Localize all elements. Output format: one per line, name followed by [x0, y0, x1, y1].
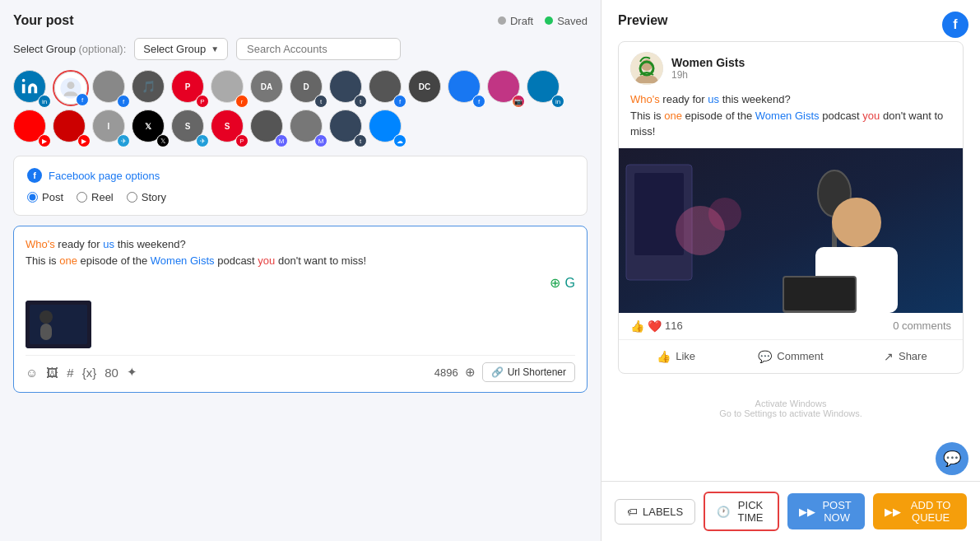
- svg-point-2: [67, 82, 75, 89]
- avatar[interactable]: DC: [408, 70, 441, 103]
- preview-image: [619, 148, 963, 313]
- add-icon[interactable]: ⊕: [465, 365, 476, 380]
- editor-line1: Who's ready for us this weekend?: [26, 236, 575, 253]
- bottom-bar: 🏷 LABELS 🕐 PICK TIME ▶▶ POST NOW ▶▶ ADD …: [601, 481, 980, 541]
- avatar-wrap[interactable]: M: [250, 110, 286, 146]
- platform-badge: f: [393, 95, 406, 108]
- post-type-row: Post Reel Story: [27, 191, 574, 203]
- avatar[interactable]: 🎵: [132, 70, 165, 103]
- avatar-wrap[interactable]: I ✈: [92, 110, 128, 146]
- like-button[interactable]: 👍 Like: [619, 343, 733, 370]
- editor-content[interactable]: Who's ready for us this weekend? This is…: [26, 236, 575, 268]
- avatar-wrap[interactable]: DC: [408, 70, 444, 106]
- avatar-wrap[interactable]: f: [369, 70, 405, 106]
- post-radio-label[interactable]: Post: [27, 191, 63, 203]
- text-editor[interactable]: Who's ready for us this weekend? This is…: [13, 226, 588, 393]
- avatar-wrap[interactable]: r: [211, 70, 247, 106]
- post-radio[interactable]: [27, 192, 38, 203]
- labels-button[interactable]: 🏷 LABELS: [615, 499, 695, 525]
- send-icon: ▶▶: [799, 506, 815, 518]
- svg-rect-18: [784, 277, 855, 310]
- label-icon: 🏷: [627, 506, 638, 518]
- avatar[interactable]: DA: [250, 70, 283, 103]
- toolbar-right: 4896 ⊕ 🔗 Url Shortener: [434, 362, 575, 382]
- draft-status: Draft: [498, 15, 533, 27]
- like-emoji: 👍: [630, 319, 644, 333]
- preview-time: 19h: [671, 69, 951, 81]
- page-title: Your post: [13, 13, 73, 28]
- avatar-wrap[interactable]: ☁: [369, 110, 405, 146]
- avatar-wrap[interactable]: DA: [250, 70, 286, 106]
- fb-options-title[interactable]: Facebook page options: [49, 170, 160, 182]
- saved-label: Saved: [557, 15, 588, 27]
- svg-point-15: [832, 198, 881, 247]
- select-group-label: Select Group (optional):: [13, 43, 126, 55]
- svg-point-0: [22, 79, 26, 82]
- comment-button[interactable]: 💬 Comment: [733, 343, 848, 370]
- avatar-wrap[interactable]: S ✈: [171, 110, 207, 146]
- story-radio[interactable]: [127, 192, 137, 203]
- toolbar-icons: ☺ 🖼 # {x} 80 ✦: [26, 365, 137, 380]
- avatar-wrap[interactable]: in: [13, 70, 49, 106]
- image-icon[interactable]: 🖼: [46, 366, 58, 380]
- reel-radio-label[interactable]: Reel: [77, 191, 114, 203]
- avatar-wrap[interactable]: 🎵: [132, 70, 168, 106]
- reel-radio[interactable]: [77, 192, 87, 203]
- post-now-button[interactable]: ▶▶ POST NOW: [787, 493, 865, 529]
- fb-options-card: f Facebook page options Post Reel Story: [13, 156, 588, 216]
- avatar-wrap-selected[interactable]: f: [53, 70, 89, 106]
- avatar-wrap[interactable]: f: [448, 70, 484, 106]
- ai-icon-teal[interactable]: G: [565, 276, 575, 291]
- select-group-row: Select Group (optional): Select Group ▼: [13, 38, 588, 60]
- story-radio-label[interactable]: Story: [127, 191, 166, 203]
- emoji-icon[interactable]: ☺: [26, 366, 38, 380]
- text-icon[interactable]: 80: [105, 366, 118, 380]
- preview-page-info: Women Gists 19h: [671, 56, 951, 81]
- url-shortener-button[interactable]: 🔗 Url Shortener: [482, 362, 575, 382]
- pick-time-button[interactable]: 🕐 PICK TIME: [704, 492, 779, 531]
- avatar-wrap[interactable]: f: [92, 70, 128, 106]
- avatar-wrap[interactable]: 📷: [487, 70, 523, 106]
- post-actions: 👍 Like 💬 Comment ↗ Share: [619, 340, 963, 373]
- clock-icon: 🕐: [717, 506, 730, 518]
- chat-bubble-button[interactable]: 💬: [936, 442, 968, 475]
- select-group-dropdown[interactable]: Select Group ▼: [134, 38, 228, 60]
- preview-page-name: Women Gists: [671, 56, 951, 69]
- platform-badge: P: [196, 95, 209, 108]
- svg-rect-6: [40, 324, 52, 340]
- saved-status: Saved: [545, 15, 588, 27]
- avatar-wrap[interactable]: ▶: [13, 110, 49, 146]
- reactions-row: 👍 ❤️ 116 0 comments: [619, 313, 963, 340]
- add-to-queue-button[interactable]: ▶▶ ADD TO QUEUE: [873, 493, 967, 529]
- avatar-wrap[interactable]: in: [527, 70, 563, 106]
- avatar-wrap[interactable]: t: [329, 110, 365, 146]
- select-group-value: Select Group: [143, 43, 206, 55]
- right-panel: Preview f: [601, 0, 980, 541]
- chevron-down-icon: ▼: [211, 44, 219, 54]
- preview-post-header: Women Gists 19h: [619, 42, 963, 91]
- char-count: 4896: [434, 366, 458, 379]
- link-icon: 🔗: [491, 366, 504, 378]
- avatars-grid: in f f 🎵: [13, 70, 588, 146]
- status-row: Draft Saved: [498, 15, 588, 27]
- avatar-wrap[interactable]: t: [329, 70, 365, 106]
- avatar-wrap[interactable]: 𝕏 𝕏: [132, 110, 168, 146]
- settings-icon[interactable]: ✦: [127, 365, 137, 380]
- platform-badge: 𝕏: [156, 134, 170, 147]
- hashtag-icon[interactable]: #: [67, 366, 73, 380]
- optional-label: (optional):: [79, 43, 127, 55]
- preview-avatar: [630, 52, 663, 85]
- variable-icon[interactable]: {x}: [82, 366, 97, 380]
- avatar-wrap[interactable]: ▶: [53, 110, 89, 146]
- share-button[interactable]: ↗ Share: [848, 343, 963, 370]
- activate-windows: Activate WindowsGo to Settings to activa…: [618, 399, 964, 418]
- platform-badge: t: [354, 95, 367, 108]
- avatar-wrap[interactable]: D t: [290, 70, 326, 106]
- avatar-wrap[interactable]: P P: [171, 70, 207, 106]
- platform-badge: 📷: [512, 95, 525, 108]
- avatar-wrap[interactable]: M: [290, 110, 326, 146]
- avatar-wrap[interactable]: S P: [211, 110, 247, 146]
- search-accounts-input[interactable]: [236, 38, 401, 60]
- share-icon: ↗: [884, 350, 894, 363]
- ai-icon-green[interactable]: ⊕: [550, 275, 560, 291]
